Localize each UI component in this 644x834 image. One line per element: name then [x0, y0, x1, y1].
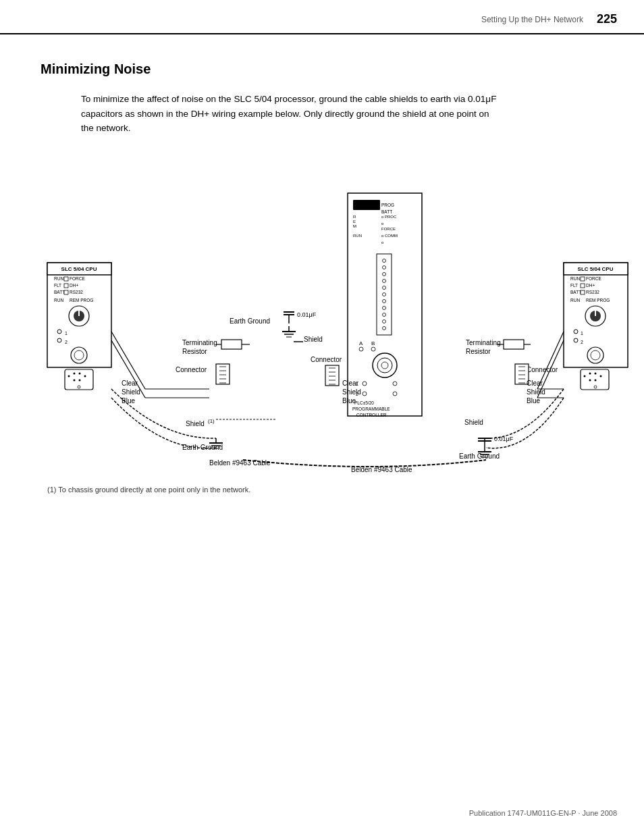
svg-point-17 [57, 330, 61, 334]
clear-shield-blue-left: Clear [122, 380, 138, 387]
svg-text:Blue: Blue [342, 397, 356, 405]
svg-text:B: B [371, 340, 375, 346]
svg-text:M: M [353, 224, 356, 228]
svg-point-29 [79, 379, 81, 381]
connector-label-center: Connector [311, 356, 342, 363]
svg-text:PROG: PROG [381, 203, 394, 207]
svg-point-97 [393, 382, 397, 386]
svg-point-27 [84, 375, 86, 377]
svg-text:FORCE: FORCE [70, 276, 85, 281]
svg-text:Shield: Shield [342, 388, 361, 396]
svg-text:R: R [353, 215, 356, 219]
intro-paragraph: To minimize the affect of noise on the S… [81, 92, 500, 136]
svg-text:REM  PROG: REM PROG [70, 298, 93, 303]
svg-rect-63 [353, 200, 380, 210]
svg-point-26 [79, 372, 81, 374]
svg-text:RUN: RUN [54, 298, 63, 303]
svg-text:Shield: Shield [122, 388, 140, 396]
svg-point-30 [78, 386, 80, 388]
svg-text:RS232: RS232 [70, 290, 83, 294]
svg-text:2: 2 [65, 340, 68, 344]
svg-point-60 [595, 379, 597, 381]
diagram-svg: SLC 5/04 CPU RUN FORCE FLT DH+ BATT RS23… [41, 156, 635, 480]
svg-point-48 [574, 330, 578, 334]
svg-point-98 [363, 392, 367, 396]
svg-rect-35 [581, 277, 585, 281]
svg-point-53 [591, 350, 600, 360]
svg-text:PLC±5/20: PLC±5/20 [354, 400, 374, 405]
svg-text:1: 1 [581, 331, 583, 336]
svg-rect-116 [216, 364, 230, 384]
svg-text:SLC 5/04 CPU: SLC 5/04 CPU [61, 266, 97, 272]
svg-text:REM  PROG: REM PROG [586, 298, 610, 303]
svg-point-25 [74, 372, 76, 374]
svg-text:BATT: BATT [570, 290, 581, 294]
svg-rect-10 [64, 290, 68, 294]
page-container: Setting Up the DH+ Network 225 Minimizin… [0, 0, 644, 834]
connector-label-left: Connector [176, 366, 207, 373]
belden-left: Belden #9463 Cable [209, 459, 271, 467]
svg-point-22 [74, 350, 84, 360]
svg-point-77 [383, 265, 386, 269]
svg-text:FORCE: FORCE [586, 276, 601, 281]
shield-label-right: Shield [464, 419, 483, 426]
svg-text:BATT: BATT [381, 209, 392, 214]
svg-text:(1): (1) [208, 418, 215, 424]
svg-point-56 [589, 372, 591, 374]
connector-label-right: Connector [527, 366, 558, 373]
svg-text:PROGRAMMABLE: PROGRAMMABLE [352, 407, 390, 411]
shield-label-left: Shield [304, 336, 323, 343]
svg-point-89 [359, 347, 363, 351]
svg-text:0.01μF: 0.01μF [297, 311, 317, 318]
svg-point-59 [589, 379, 591, 381]
svg-text:2: 2 [581, 340, 583, 344]
svg-point-96 [363, 382, 367, 386]
clear-shield-blue-center: Clear [342, 380, 359, 387]
svg-text:o PROC: o PROC [381, 215, 397, 219]
svg-point-81 [383, 292, 386, 296]
svg-rect-131 [325, 365, 339, 386]
svg-line-164 [537, 332, 564, 389]
svg-text:RUN: RUN [570, 276, 580, 281]
svg-rect-4 [64, 277, 68, 281]
terminating-resistor-right: Terminating [466, 339, 501, 346]
svg-point-84 [383, 313, 386, 316]
section-title: Minimizing Noise [41, 61, 603, 77]
svg-rect-41 [581, 290, 585, 294]
svg-point-24 [68, 375, 70, 377]
main-content: Minimizing Noise To minimize the affect … [0, 34, 644, 521]
svg-rect-140 [504, 340, 524, 349]
svg-point-76 [383, 259, 386, 262]
svg-point-49 [574, 338, 578, 342]
svg-text:FLT: FLT [54, 283, 61, 288]
svg-text:o COMM: o COMM [381, 234, 398, 238]
svg-point-85 [383, 319, 386, 323]
svg-text:RUN: RUN [570, 298, 580, 303]
svg-point-90 [371, 347, 375, 351]
svg-point-58 [600, 375, 602, 377]
svg-point-57 [595, 372, 597, 374]
svg-point-61 [594, 386, 597, 388]
svg-text:SLC 5/04 CPU: SLC 5/04 CPU [578, 266, 614, 272]
svg-text:Resistor: Resistor [182, 348, 207, 355]
footnote-text: (1) To chassis ground directly at one po… [47, 486, 603, 494]
svg-point-86 [383, 326, 386, 330]
svg-text:RS232: RS232 [586, 290, 599, 294]
svg-text:Shield: Shield [527, 388, 545, 396]
svg-text:FORCE: FORCE [381, 227, 396, 231]
svg-text:BATT: BATT [54, 290, 65, 294]
svg-point-78 [383, 272, 386, 276]
earth-ground-bottom-left: Earth Ground [182, 444, 223, 451]
svg-point-82 [383, 299, 386, 303]
svg-text:DH+: DH+ [70, 283, 78, 288]
svg-text:Resistor: Resistor [466, 348, 491, 355]
svg-text:Blue: Blue [527, 397, 540, 405]
svg-point-28 [74, 379, 76, 381]
svg-point-79 [383, 279, 386, 282]
earth-ground-label-left: Earth Ground [230, 317, 270, 325]
svg-rect-38 [581, 284, 585, 288]
terminating-resistor-left: Terminating [182, 339, 217, 346]
svg-text:RUN: RUN [54, 276, 63, 281]
wiring-diagram: SLC 5/04 CPU RUN FORCE FLT DH+ BATT RS23… [41, 156, 635, 480]
svg-point-83 [383, 306, 386, 309]
